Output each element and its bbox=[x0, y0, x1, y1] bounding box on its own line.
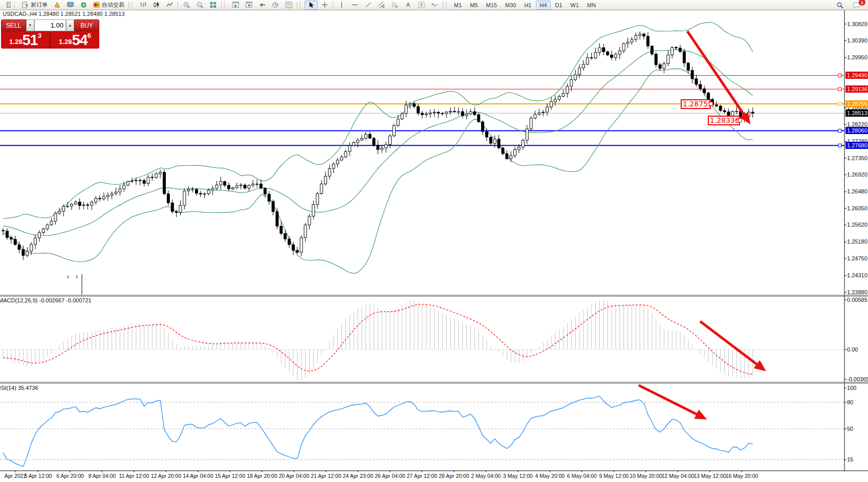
price-tick-label: 1.26480 bbox=[847, 188, 867, 195]
price-tick-label: 1.25620 bbox=[847, 222, 867, 228]
date-label: 6 May 04:00 bbox=[567, 473, 597, 479]
volume-increase-button[interactable]: ▲ bbox=[66, 19, 74, 31]
current-price-badge: 1.28513 bbox=[845, 109, 868, 117]
date-label: 2 May 04:00 bbox=[471, 473, 501, 479]
date-label: 26 Apr 04:00 bbox=[375, 473, 405, 479]
price-tick-label: 1.29950 bbox=[847, 54, 867, 61]
price-tick-label: 1.23880 bbox=[847, 289, 867, 296]
hline-price-badge: 1.29136 bbox=[845, 85, 868, 93]
macd-axis-label: 0.00 bbox=[847, 346, 858, 353]
date-label: 16 May 20:00 bbox=[726, 473, 758, 479]
rsi-label: RSI(14) 35.4736 bbox=[0, 385, 38, 391]
rsi-axis-label: 80 bbox=[847, 399, 853, 406]
hline-price-badge: 1.28060 bbox=[845, 127, 868, 134]
price-tick-label: 1.30390 bbox=[847, 37, 867, 44]
date-label: 8 Apr 04:00 bbox=[89, 473, 116, 479]
macd-axis-label: 0.00585 bbox=[847, 297, 867, 303]
date-label: Apr 2022 bbox=[5, 473, 27, 479]
date-label: 21 Apr 12:00 bbox=[311, 473, 341, 479]
date-label: 10 May 20:00 bbox=[630, 473, 662, 479]
one-click-trading-panel: SELL ▼ ▲ BUY 1.28 51 3 1.28 54 6 bbox=[1, 19, 99, 49]
price-tick-label: 1.26920 bbox=[847, 171, 867, 178]
buy-price-pip: 6 bbox=[88, 33, 91, 38]
rsi-axis-label: 15 bbox=[847, 456, 853, 463]
sell-price-big: 51 bbox=[22, 33, 37, 48]
price-annotation-label[interactable]: 1.28755 bbox=[681, 99, 711, 109]
annotation-handle[interactable] bbox=[709, 102, 713, 106]
trend-arrow-rsi[interactable] bbox=[639, 385, 704, 418]
rsi-axis-label: 50 bbox=[847, 426, 853, 432]
date-label: 3 May 12:00 bbox=[503, 473, 533, 479]
hline-price-badge: 1.28755 bbox=[845, 100, 868, 107]
symbol-info-line: USDCAD-,H4 1.28480 1.28521 1.28480 1.285… bbox=[3, 11, 125, 17]
chart-canvas[interactable] bbox=[0, 0, 868, 482]
date-label: 6 Apr 20:00 bbox=[56, 473, 84, 479]
sell-price-base: 1.28 bbox=[9, 36, 22, 48]
date-label: 14 Apr 04:00 bbox=[183, 473, 213, 479]
date-label: 9 May 12:00 bbox=[599, 473, 629, 479]
macd-axis-label: -0.003652 bbox=[847, 376, 868, 383]
date-label: 20 Apr 04:00 bbox=[279, 473, 310, 479]
date-label: 13 May 12:00 bbox=[693, 473, 726, 479]
volume-input[interactable] bbox=[35, 20, 66, 31]
date-label: 15 Apr 12:00 bbox=[215, 473, 246, 479]
sell-button[interactable]: SELL bbox=[1, 19, 26, 31]
price-tick-label: 1.30820 bbox=[847, 21, 867, 28]
sell-quote[interactable]: 1.28 51 3 bbox=[1, 31, 51, 49]
date-label: 12 Apr 20:00 bbox=[151, 473, 182, 479]
date-label: 28 Apr 20:00 bbox=[439, 473, 469, 479]
date-label: 5 Apr 12:00 bbox=[25, 473, 52, 479]
date-label: 18 Apr 20:00 bbox=[247, 473, 277, 479]
trend-arrow-macd[interactable] bbox=[700, 321, 764, 369]
rsi-axis-label: 100 bbox=[847, 385, 856, 391]
date-label: 11 Apr 12:00 bbox=[119, 473, 149, 479]
date-label: 27 Apr 12:00 bbox=[407, 473, 438, 479]
price-tick-label: 1.26050 bbox=[847, 205, 867, 212]
date-label: 4 May 20:00 bbox=[535, 473, 565, 479]
price-tick-label: 1.24750 bbox=[847, 255, 867, 262]
buy-price-base: 1.28 bbox=[59, 36, 72, 48]
price-annotation-label[interactable]: 1.28336 bbox=[708, 116, 740, 125]
buy-price-big: 54 bbox=[72, 33, 87, 48]
date-label: 24 Apr 23:00 bbox=[343, 473, 374, 479]
volume-decrease-button[interactable]: ▼ bbox=[26, 19, 34, 31]
hline-price-badge: 1.27680 bbox=[845, 142, 868, 149]
date-label: 12 May 04:00 bbox=[662, 473, 695, 479]
annotation-handle[interactable] bbox=[738, 118, 742, 122]
sell-price-pip: 3 bbox=[38, 33, 41, 38]
price-tick-label: 1.27350 bbox=[847, 155, 867, 162]
hline-price-badge: 1.29490 bbox=[845, 72, 868, 79]
buy-button[interactable]: BUY bbox=[74, 19, 99, 31]
buy-quote[interactable]: 1.28 54 6 bbox=[51, 31, 99, 49]
price-tick-label: 1.24310 bbox=[847, 272, 867, 279]
mt4-window: 新订单 自动交易 E F A T M1M5M bbox=[0, 0, 868, 482]
price-tick-label: 1.25180 bbox=[847, 238, 867, 245]
macd-label: MACD(12,26,9) -0.002667 -0.000721 bbox=[0, 297, 92, 303]
